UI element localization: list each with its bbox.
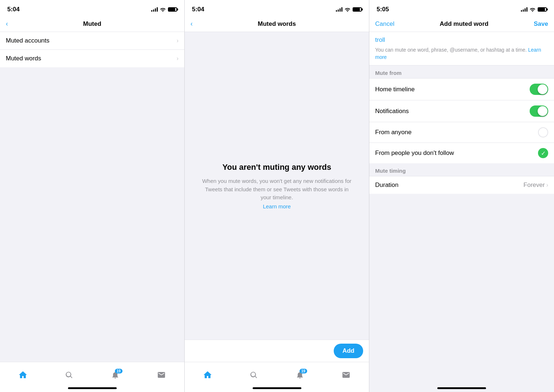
notifications-toggle-thumb: [538, 106, 547, 116]
home-indicator-3: [437, 387, 486, 389]
tab-home-2[interactable]: [203, 371, 212, 379]
add-button[interactable]: Add: [334, 344, 363, 358]
battery-icon-2: [353, 7, 362, 12]
add-button-container: Add: [185, 340, 369, 362]
mute-timing-list: Duration Forever ›: [369, 176, 554, 194]
muted-list: Muted accounts › Muted words ›: [0, 32, 184, 67]
page-title-2: Muted words: [258, 20, 296, 28]
notifications-toggle[interactable]: [530, 105, 548, 117]
save-button[interactable]: Save: [534, 20, 548, 28]
status-icons-2: [336, 7, 362, 12]
from-unfollowed-radio[interactable]: ✓: [538, 148, 548, 158]
content-area-1: Muted accounts › Muted words ›: [0, 32, 184, 362]
signal-bars-2: [336, 7, 342, 12]
mute-from-list: Home timeline Notifications From anyone …: [369, 78, 554, 163]
status-time-1: 5:04: [7, 6, 20, 13]
page-title-1: Muted: [83, 20, 101, 28]
notification-badge-1: 19: [115, 369, 123, 373]
empty-state-title: You aren't muting any words: [222, 162, 331, 173]
notification-badge-2: 19: [300, 369, 307, 373]
page-title-3: Add muted word: [440, 20, 489, 28]
empty-state-link[interactable]: Learn more: [263, 203, 291, 209]
home-icon-1: [19, 371, 27, 379]
mute-timing-header: Mute timing: [369, 163, 554, 176]
back-button-1[interactable]: ‹: [6, 20, 8, 28]
muted-words-label: Muted words: [6, 55, 41, 62]
wifi-icon-2: [345, 7, 350, 12]
battery-icon-3: [538, 7, 547, 12]
muted-word-hint: You can mute one word, phrase, @username…: [375, 47, 548, 61]
duration-value-container: Forever ›: [523, 181, 548, 189]
panel-add-muted-word: 5:05 Cancel Add muted word Save troll Yo…: [369, 0, 554, 392]
from-unfollowed-label: From people you don't follow: [375, 149, 454, 157]
duration-item[interactable]: Duration Forever ›: [369, 176, 554, 194]
content-area-2: You aren't muting any words When you mut…: [185, 32, 369, 340]
battery-icon-1: [168, 7, 177, 12]
panel-muted-words: 5:04 ‹ Muted words You aren't muting any…: [185, 0, 369, 392]
back-button-2[interactable]: ‹: [190, 20, 193, 28]
empty-state-desc: When you mute words, you won't get any n…: [202, 177, 352, 202]
wifi-icon-3: [530, 7, 535, 12]
from-anyone-radio[interactable]: [538, 127, 548, 137]
home-timeline-toggle[interactable]: [530, 84, 548, 95]
home-timeline-label: Home timeline: [375, 86, 415, 93]
panel-muted: 5:04 ‹ Muted Muted accounts › Muted word…: [0, 0, 185, 392]
status-bar-3: 5:05: [369, 0, 554, 16]
home-timeline-item[interactable]: Home timeline: [369, 79, 554, 100]
signal-bars-1: [151, 7, 158, 12]
muted-word-value[interactable]: troll: [375, 36, 548, 44]
from-anyone-label: From anyone: [375, 129, 412, 136]
home-timeline-toggle-thumb: [538, 84, 547, 94]
from-unfollowed-item[interactable]: From people you don't follow ✓: [369, 143, 554, 163]
chevron-right-icon-1: ›: [177, 37, 178, 44]
mail-icon-1: [157, 371, 166, 379]
status-bar-2: 5:04: [185, 0, 369, 16]
tab-search-2[interactable]: [249, 371, 258, 379]
tab-home-1[interactable]: [19, 371, 27, 379]
duration-chevron: ›: [546, 182, 548, 188]
empty-state: You aren't muting any words When you mut…: [185, 32, 369, 340]
search-icon-2: [249, 371, 258, 379]
muted-word-input-area: troll You can mute one word, phrase, @us…: [369, 32, 554, 65]
tab-search-1[interactable]: [65, 371, 73, 379]
hint-text: You can mute one word, phrase, @username…: [375, 47, 527, 53]
tab-notifications-2[interactable]: 19: [296, 371, 304, 379]
muted-accounts-label: Muted accounts: [6, 37, 49, 44]
from-anyone-item[interactable]: From anyone: [369, 122, 554, 143]
home-indicator-1: [68, 387, 117, 389]
status-time-2: 5:04: [192, 6, 204, 13]
muted-words-item[interactable]: Muted words ›: [0, 50, 184, 67]
mail-icon-2: [342, 371, 350, 379]
duration-label: Duration: [375, 181, 398, 189]
home-icon-2: [203, 371, 212, 379]
home-indicator-2: [253, 387, 301, 389]
tab-messages-1[interactable]: [157, 371, 166, 379]
tab-notifications-1[interactable]: 19: [111, 371, 120, 379]
notifications-item[interactable]: Notifications: [369, 100, 554, 122]
wifi-icon-1: [160, 7, 166, 12]
cancel-button[interactable]: Cancel: [375, 20, 394, 28]
status-time-3: 5:05: [377, 6, 389, 13]
signal-bars-3: [521, 7, 527, 12]
nav-bar-1: ‹ Muted: [0, 16, 184, 32]
chevron-right-icon-2: ›: [177, 55, 178, 62]
mute-from-header: Mute from: [369, 65, 554, 78]
search-icon-1: [65, 371, 73, 379]
tab-messages-2[interactable]: [342, 371, 350, 379]
status-icons-3: [521, 7, 547, 12]
muted-accounts-item[interactable]: Muted accounts ›: [0, 32, 184, 50]
status-icons-1: [151, 7, 177, 12]
notifications-label: Notifications: [375, 108, 409, 115]
nav-bar-2: ‹ Muted words: [185, 16, 369, 32]
nav-bar-3: Cancel Add muted word Save: [369, 16, 554, 32]
status-bar-1: 5:04: [0, 0, 184, 16]
duration-value: Forever: [523, 181, 545, 189]
content-area-3: Mute from Home timeline Notifications Fr…: [369, 65, 554, 392]
